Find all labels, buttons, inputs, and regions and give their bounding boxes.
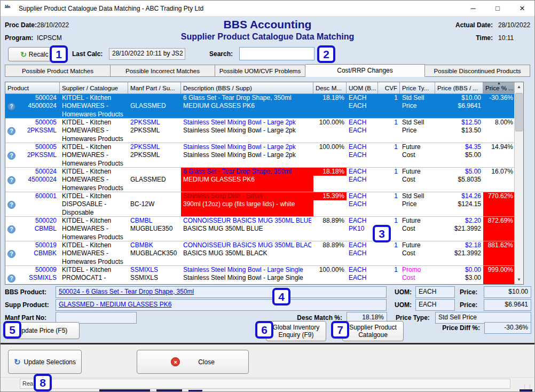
help-icon[interactable]: ? bbox=[7, 250, 15, 258]
vertical-scrollbar[interactable]: ▲ ▼ bbox=[514, 82, 523, 284]
maximize-icon[interactable]: □ bbox=[485, 1, 510, 17]
table-body: ?50002445000024KITDEL - KitchenHOMEWARES… bbox=[5, 94, 514, 284]
annotation-box-2: 2 bbox=[317, 45, 335, 63]
cell-price-type: PromoCost bbox=[400, 266, 435, 284]
column-header-price-bbs-[interactable]: Price (BBS / ... bbox=[435, 82, 483, 93]
cell-price-pct: 872.69% bbox=[483, 217, 514, 241]
cell-supplier: KITDEL - KitchenHOMEWARES -Homewares Pro… bbox=[60, 168, 128, 192]
supp-uom-field: EACH bbox=[415, 299, 455, 311]
cell-manf-part: 2PKSSML2PKSSML bbox=[128, 143, 181, 167]
cell-product: ?500009SSMIXLS bbox=[5, 266, 60, 284]
help-icon[interactable]: ? bbox=[7, 201, 15, 209]
price-diff-label: Price Diff %: bbox=[433, 324, 480, 332]
desc-match-label: Desc Match %: bbox=[289, 314, 342, 322]
scroll-thumb[interactable] bbox=[515, 93, 523, 131]
cell-uom: EACHEACH bbox=[347, 143, 378, 167]
help-icon[interactable]: ? bbox=[7, 127, 15, 135]
tab-cost-rrp-changes[interactable]: Cost/RRP Changes bbox=[305, 64, 425, 77]
column-header-cvf[interactable]: CVF bbox=[378, 82, 400, 93]
cell-price-type: Std SellPrice bbox=[400, 192, 435, 216]
cell-price-pct: 999.00% bbox=[483, 266, 514, 284]
table-row[interactable]: ?500019CBMBKKITDEL - KitchenHOMEWARES -H… bbox=[5, 241, 514, 266]
help-icon[interactable]: ? bbox=[7, 275, 15, 283]
cell-desc-match: 100.00% bbox=[313, 143, 347, 167]
table-row[interactable]: ?50002445000024KITDEL - KitchenHOMEWARES… bbox=[5, 168, 514, 192]
cell-cvf: 1 bbox=[378, 192, 400, 216]
supplier-product-catalogue-button[interactable]: Supplier Product Catalgoue bbox=[342, 321, 404, 341]
column-header-supplier-catalogue[interactable]: Supplier / Catalogue bbox=[60, 82, 128, 93]
app-window: bbs Supplier Product Catalogue Data Matc… bbox=[0, 0, 535, 392]
supp-product-link-field[interactable]: GLASSMED - MEDIUM GLASSES PK6 bbox=[56, 299, 387, 311]
table-row[interactable]: ?500009SSMIXLSKITDEL - KitchenPROMOCAT1 … bbox=[5, 266, 514, 284]
table-row[interactable]: ?600001KITDEL - KitchenDISPOSABLE -Dispo… bbox=[5, 192, 514, 217]
help-icon[interactable]: ? bbox=[7, 176, 15, 184]
cell-supplier: KITDEL - KitchenPROMOCAT1 - bbox=[60, 266, 128, 284]
cell-manf-part: GLASSMED bbox=[128, 94, 181, 118]
cell-manf-part: CBMBKMUGBLACK350 bbox=[128, 241, 181, 265]
cell-price-pct: 8.00% bbox=[483, 119, 514, 143]
cell-desc-match: 18.18% bbox=[313, 168, 347, 192]
cell-description: Stainless Steel Mixing Bowl - Large 2pkS… bbox=[181, 143, 313, 167]
table-row[interactable]: ?5000052PKSSMLKITDEL - KitchenHOMEWARES … bbox=[5, 119, 514, 143]
cell-product: ?500019CBMBK bbox=[5, 241, 60, 265]
cell-uom: EACHEACH bbox=[347, 266, 378, 284]
actual-date-label: Actual Date: bbox=[450, 21, 493, 29]
scroll-up-icon[interactable]: ▲ bbox=[515, 82, 523, 91]
cell-price-pct: 16.07% bbox=[483, 168, 514, 192]
tab-possible-incorrect-matches[interactable]: Possible Incorrect Matches bbox=[111, 65, 215, 77]
background-window-artifact bbox=[520, 389, 532, 392]
bbs-price-label: Price: bbox=[460, 288, 477, 296]
recalc-button-label: Recalc ( bbox=[29, 51, 52, 58]
cell-price-pct: -30.36% bbox=[483, 94, 514, 118]
column-header-description-bbs-supp-[interactable]: Description (BBS / Supp) bbox=[181, 82, 313, 93]
annotation-box-8: 8 bbox=[34, 374, 52, 391]
search-input[interactable] bbox=[239, 47, 314, 60]
cell-price: $14.26$124.15 bbox=[435, 192, 483, 216]
cell-price-type: FutureCost bbox=[400, 168, 435, 192]
cell-supplier: KITDEL - KitchenHOMEWARES -Homewares Pro… bbox=[60, 241, 128, 265]
cell-product: ?50002445000024 bbox=[5, 168, 60, 192]
bbs-product-link[interactable]: 500024 - 6 Glass Set - Tear Drop Shape, … bbox=[59, 288, 194, 295]
bbs-uom-label: UOM: bbox=[395, 288, 412, 296]
help-icon[interactable]: ? bbox=[7, 103, 15, 111]
close-icon[interactable]: × bbox=[510, 1, 534, 17]
cell-supplier: KITDEL - KitchenHOMEWARES -Homewares Pro… bbox=[60, 94, 128, 118]
table-row[interactable]: ?5000052PKSSMLKITDEL - KitchenHOMEWARES … bbox=[5, 143, 514, 168]
bottom-button-bar: ↻ Update Selections × Close bbox=[1, 344, 534, 377]
cell-cvf: 1 bbox=[378, 143, 400, 167]
scroll-down-icon[interactable]: ▼ bbox=[515, 275, 523, 284]
column-header-price-[interactable]: Price % ...▲ bbox=[483, 82, 514, 93]
cell-price-type: FutureCost bbox=[400, 217, 435, 241]
column-header-manf-part-su-[interactable]: Manf Part / Su... bbox=[128, 82, 181, 93]
help-icon[interactable]: ? bbox=[7, 152, 15, 160]
tab-possible-product-matches[interactable]: Possible Product Matches bbox=[5, 65, 111, 77]
cell-uom: EACHEACH bbox=[347, 192, 378, 216]
table-row[interactable]: ?500020CBMBLKITDEL - KitchenHOMEWARES -H… bbox=[5, 217, 514, 241]
actual-date-value: 28/10/2022 bbox=[498, 21, 530, 29]
cell-desc-match: 18.18% bbox=[313, 94, 347, 118]
table-row[interactable]: ?50002445000024KITDEL - KitchenHOMEWARES… bbox=[5, 94, 514, 119]
tab-possible-uom-cvf-problems[interactable]: Possible UOM/CVF Problems bbox=[215, 65, 305, 77]
last-calc-field: 28/10/2022 10:11 by JS2 bbox=[109, 48, 185, 60]
close-button-label: Close bbox=[198, 358, 215, 366]
column-header-uom-b-[interactable]: UOM (B... bbox=[347, 82, 378, 93]
supp-product-label: Supp Product: bbox=[5, 301, 49, 309]
resize-grip[interactable]: ⋮⋮ bbox=[522, 384, 533, 389]
help-icon[interactable]: ? bbox=[7, 225, 15, 233]
annotation-box-5: 5 bbox=[3, 321, 21, 339]
column-header-product[interactable]: Product bbox=[5, 82, 60, 93]
column-header-price-ty-[interactable]: Price Ty... bbox=[400, 82, 435, 93]
minimize-icon[interactable]: ─ bbox=[461, 1, 485, 17]
annotation-box-7: 7 bbox=[331, 321, 349, 339]
title-bar: bbs Supplier Product Catalogue Data Matc… bbox=[1, 1, 534, 17]
column-header-desc-m-[interactable]: Desc M... bbox=[313, 82, 347, 93]
supp-price-field: $6.9641 bbox=[484, 299, 531, 311]
update-selections-button[interactable]: ↻ Update Selections bbox=[8, 350, 82, 374]
close-button[interactable]: × Close bbox=[137, 350, 249, 374]
bbs-price-field: $10.00 bbox=[484, 286, 531, 298]
bbs-product-link-field[interactable]: 500024 - 6 Glass Set - Tear Drop Shape, … bbox=[56, 286, 387, 298]
supp-product-link[interactable]: GLASSMED - MEDIUM GLASSES PK6 bbox=[59, 301, 171, 308]
price-diff-field: -30.36% bbox=[484, 322, 531, 334]
tab-possible-discontinued-products[interactable]: Possible Discontinued Products bbox=[425, 65, 530, 77]
global-inventory-enquiry-button[interactable]: Global Inventory Enquiry (F9) bbox=[266, 321, 326, 341]
